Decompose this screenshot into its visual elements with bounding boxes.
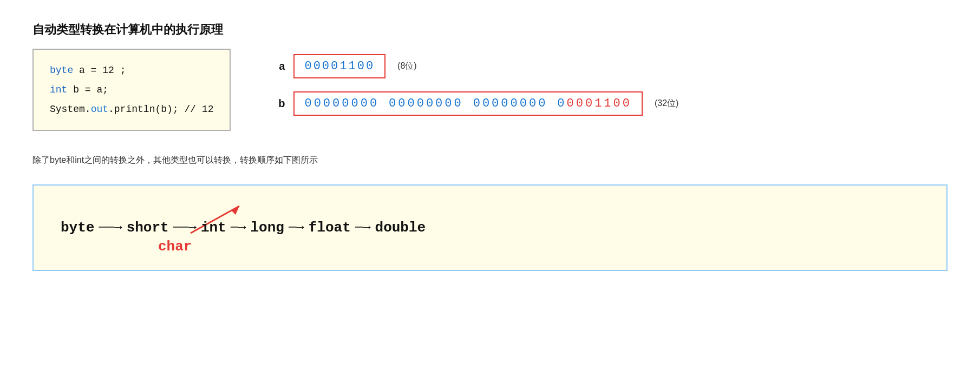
- svg-marker-1: [231, 206, 239, 215]
- binary-box-a: 00001100: [293, 54, 386, 78]
- a-size: (8位): [397, 61, 417, 72]
- code-system: System.: [50, 104, 91, 115]
- code-line-1: byte a = 12 ;: [50, 61, 213, 80]
- a-bits: 00001100: [304, 59, 375, 73]
- binary-section: a 00001100 (8位) b 00000000 00000000 0000…: [274, 49, 678, 116]
- code-line-3: System.out.println(b); // 12: [50, 100, 213, 119]
- b-size: (32位): [655, 98, 678, 109]
- type-byte: byte: [61, 220, 94, 236]
- keyword-int: int: [50, 84, 67, 95]
- code-line2-rest: b = a;: [67, 84, 108, 95]
- b-group2: 00000000: [389, 97, 463, 110]
- label-b: b: [274, 97, 285, 110]
- code-line1-rest: a = 12 ;: [73, 65, 126, 76]
- arrow-4: ─→: [289, 220, 304, 235]
- binary-box-b: 00000000 00000000 00000000 00001100: [293, 91, 643, 116]
- code-box: byte a = 12 ; int b = a; System.out.prin…: [32, 49, 231, 131]
- type-chain: byte ──→ short ──→ int ─→ long ─→ float …: [61, 220, 426, 236]
- arrow-2: ──→: [173, 220, 197, 235]
- description-text: 除了byte和int之间的转换之外，其他类型也可以转换，转换顺序如下图所示: [32, 153, 948, 168]
- binary-row-a: a 00001100 (8位): [274, 54, 678, 78]
- type-int: int: [201, 220, 226, 236]
- arrow-3: ─→: [231, 220, 246, 235]
- top-section: byte a = 12 ; int b = a; System.out.prin…: [32, 49, 948, 131]
- keyword-byte: byte: [50, 65, 73, 76]
- type-long: long: [251, 220, 284, 236]
- binary-row-b: b 00000000 00000000 00000000 00001100 (3…: [274, 91, 678, 116]
- arrow-1: ──→: [99, 220, 122, 235]
- type-diagram-box: byte ──→ short ──→ int ─→ long ─→ float …: [32, 184, 948, 271]
- label-a: a: [274, 60, 285, 72]
- b-group1: 00000000: [304, 97, 379, 110]
- b-group3: 00000000: [473, 97, 548, 110]
- char-label: char: [158, 239, 192, 255]
- type-short: short: [127, 220, 169, 236]
- page-title: 自动类型转换在计算机中的执行原理: [32, 22, 948, 38]
- code-out: out: [91, 104, 108, 115]
- code-println: .println(b); // 12: [108, 104, 213, 115]
- type-float: float: [309, 220, 351, 236]
- arrow-5: ─→: [355, 220, 371, 235]
- b-group4: 00001100: [557, 97, 632, 110]
- type-double: double: [375, 220, 426, 236]
- code-line-2: int b = a;: [50, 80, 213, 100]
